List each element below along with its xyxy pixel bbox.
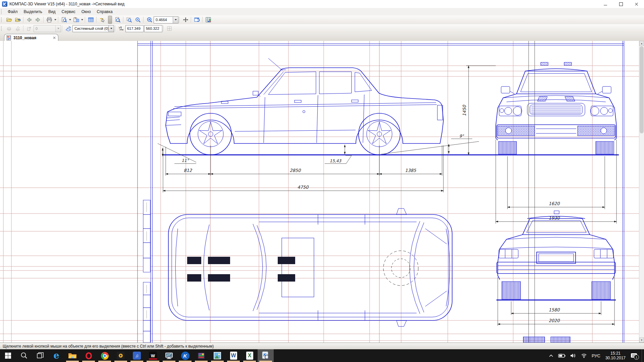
separator	[179, 17, 180, 23]
document-tab[interactable]: 3110_новая ✕	[4, 34, 58, 41]
notification-badge: 1	[634, 355, 639, 360]
menu-service[interactable]: Сервис	[59, 8, 78, 15]
toolbar-overflow[interactable]	[108, 16, 112, 24]
standard-toolbar: ? 0.4664	[0, 15, 644, 24]
layers-icon	[65, 26, 71, 31]
drawing-canvas[interactable]: .bl{stroke:#1717cd;fill:none;stroke-widt…	[0, 41, 639, 343]
refresh-window-button[interactable]	[193, 16, 201, 23]
coord-x-field[interactable]: 617.349	[125, 25, 144, 32]
clock[interactable]: 15:21 30.10.2017	[605, 351, 626, 360]
prev-selection-button[interactable]	[5, 25, 13, 32]
chevron-down-icon[interactable]	[173, 17, 178, 23]
preview-dropdown[interactable]	[68, 16, 72, 23]
side-view[interactable]: 812 2850 1385 4750 11° 15,43 9°	[158, 58, 479, 192]
taskbar-chrome[interactable]	[97, 349, 113, 362]
menu-view[interactable]: Вид	[45, 8, 59, 15]
taskbar-winrar[interactable]	[193, 349, 209, 362]
taskbar-kompas[interactable]: K	[177, 349, 193, 362]
language-indicator[interactable]: РУС	[592, 353, 600, 358]
properties-button[interactable]	[87, 16, 95, 23]
tray-expand-button[interactable]	[549, 354, 553, 357]
start-button[interactable]	[0, 349, 16, 362]
pan-arrows-icon	[183, 17, 189, 22]
forward-button[interactable]	[34, 16, 42, 23]
select-help-button[interactable]: ?	[98, 16, 106, 23]
toolbar-grip[interactable]	[1, 26, 3, 31]
menu-select[interactable]: Выделить	[21, 8, 45, 15]
edge-icon: e	[53, 352, 59, 360]
taskbar-music-app[interactable]: ♫	[129, 349, 145, 362]
toolbar-grip[interactable]	[1, 17, 3, 22]
scroll-up-arrow[interactable]: ▲	[639, 41, 644, 46]
svg-text:11°: 11°	[181, 158, 189, 163]
coord-y-field[interactable]: 560.322	[144, 25, 162, 32]
layer-pen-icon	[15, 26, 20, 31]
action-center-button[interactable]: 1	[631, 353, 637, 359]
tab-close-icon[interactable]: ✕	[53, 36, 56, 40]
new-sheet-button[interactable]	[25, 25, 33, 32]
print-dropdown[interactable]	[54, 16, 57, 23]
printer-icon	[47, 17, 52, 22]
rear-view[interactable]: 1580 2020	[497, 211, 615, 326]
scroll-down-arrow[interactable]: ▼	[639, 338, 644, 343]
pan-button[interactable]	[181, 16, 190, 23]
scrollbar-thumb[interactable]	[640, 46, 644, 133]
zoom-value: 0.4664	[154, 18, 173, 22]
top-view[interactable]	[168, 208, 452, 326]
zoom-page-button[interactable]	[114, 16, 122, 23]
layer-button[interactable]	[64, 25, 72, 32]
coordinates-button[interactable]: Y	[117, 25, 125, 32]
taskbar-opera[interactable]	[80, 349, 97, 362]
open-document-button[interactable]	[14, 16, 22, 23]
svg-text:1580: 1580	[548, 307, 560, 312]
maximize-icon	[619, 2, 623, 6]
menu-file[interactable]: Файл	[5, 8, 21, 15]
close-icon	[635, 2, 638, 6]
taskbar-edge[interactable]: e	[48, 349, 64, 362]
menu-window[interactable]: Окно	[78, 8, 94, 15]
taskbar-aimp[interactable]	[113, 349, 129, 362]
seat-sections	[187, 257, 295, 282]
minimize-button[interactable]	[598, 0, 613, 8]
convert-button[interactable]	[72, 16, 80, 23]
selection-pen-button[interactable]	[14, 25, 22, 32]
vertical-scrollbar[interactable]: ▲ ▼	[639, 41, 644, 343]
taskbar-search-button[interactable]	[16, 349, 32, 362]
status-message: Щелкните левой кнопкой мыши на объекте д…	[3, 344, 214, 349]
layer-combo[interactable]: Системный слой (0)	[72, 25, 114, 32]
taskbar-explorer[interactable]	[64, 349, 80, 362]
sheet-combo[interactable]: 0	[34, 25, 61, 32]
taskbar-photos[interactable]	[209, 349, 225, 362]
zoom-window-button[interactable]	[125, 16, 133, 23]
print-button[interactable]	[45, 16, 53, 23]
running-indicator	[98, 361, 111, 362]
battery-indicator[interactable]	[558, 354, 566, 358]
maximize-button[interactable]	[613, 0, 629, 8]
chevron-down-icon[interactable]	[108, 25, 114, 32]
separator	[23, 25, 24, 32]
taskbar-w-app[interactable]: W	[145, 349, 161, 362]
chrome-icon	[101, 352, 109, 360]
taskbar-word[interactable]: W	[225, 349, 241, 362]
taskbar-kompas-viewer-active[interactable]: K	[258, 349, 274, 362]
open-button[interactable]	[5, 16, 13, 23]
close-button[interactable]	[629, 0, 644, 8]
task-view-button[interactable]	[32, 349, 48, 362]
taskbar-system-app[interactable]	[161, 349, 177, 362]
zoom-auto-button[interactable]	[134, 16, 142, 23]
back-button[interactable]	[25, 16, 33, 23]
volume-indicator[interactable]	[570, 353, 576, 358]
show-desktop-button[interactable]	[642, 349, 644, 362]
front-view[interactable]: 1620 1930 1450	[462, 62, 616, 224]
layers-grid-button[interactable]	[204, 16, 212, 23]
convert-dropdown[interactable]	[80, 16, 84, 23]
preview-button[interactable]	[60, 16, 68, 23]
snap-button[interactable]	[165, 25, 173, 32]
toolbar-grip[interactable]	[1, 9, 3, 14]
zoom-combo[interactable]: 0.4664	[154, 16, 178, 23]
menu-help[interactable]: Справка	[94, 8, 116, 15]
svg-text:812: 812	[184, 168, 193, 173]
network-indicator[interactable]	[581, 353, 587, 358]
taskbar-excel[interactable]: X	[241, 349, 258, 362]
zoom-in-button[interactable]	[145, 16, 153, 23]
